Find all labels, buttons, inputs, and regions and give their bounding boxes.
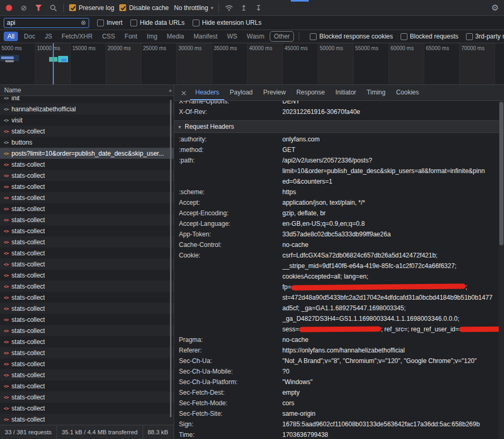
script-icon: <>	[4, 284, 8, 289]
tab-cookies[interactable]: Cookies	[391, 85, 424, 100]
checkbox-box	[193, 20, 199, 26]
network-conditions-button[interactable]	[224, 3, 234, 13]
clear-filter-icon[interactable]: ⊗	[81, 19, 86, 26]
extra-filters: Blocked response cookiesBlocked requests…	[305, 33, 504, 40]
request-row[interactable]: <>stats-collect	[0, 247, 174, 259]
header-value: gzip, deflate, br	[282, 208, 504, 218]
throttling-select[interactable]: No throttling ▾	[174, 4, 213, 12]
tab-headers[interactable]: Headers	[190, 85, 224, 100]
request-row[interactable]: <>stats-collect	[0, 336, 174, 347]
request-row[interactable]: <>stats-collect	[0, 414, 174, 425]
tab-initiator[interactable]: Initiator	[330, 85, 361, 100]
request-row[interactable]: <>stats-collect	[0, 126, 174, 137]
type-filter-manifest[interactable]: Manifest	[190, 32, 221, 41]
requests-scrollbar[interactable]: ▲	[168, 85, 174, 425]
clear-log-button[interactable]: ⊘	[19, 3, 28, 13]
export-har-button[interactable]: ↧	[254, 3, 263, 13]
header-value: "Windows"	[282, 377, 504, 387]
request-row[interactable]: <>stats-collect	[0, 403, 174, 414]
close-icon[interactable]: ×	[177, 89, 190, 97]
invert-checkbox[interactable]: Invert	[97, 19, 122, 26]
header-row: Sec-Fetch-Dest:empty	[174, 387, 504, 398]
settings-gear-button[interactable]: ⚙	[490, 3, 500, 13]
request-rows: <>init<>hannahelizabethofficial<>visit<>…	[0, 96, 174, 425]
request-name: stats-collect	[12, 205, 45, 213]
header-value: no-cache	[282, 240, 504, 250]
type-filter-font[interactable]: Font	[121, 32, 141, 41]
request-row[interactable]: <>stats-collect	[0, 358, 174, 369]
summary-bar: 33 / 381 requests 35.1 kB / 4.4 MB trans…	[0, 425, 174, 439]
type-filter-ws[interactable]: WS	[223, 32, 241, 41]
request-row[interactable]: <>stats-collect	[0, 170, 174, 181]
tab-payload[interactable]: Payload	[224, 85, 258, 100]
type-filter-js[interactable]: JS	[41, 32, 56, 41]
tab-response[interactable]: Response	[291, 85, 330, 100]
type-filter-css[interactable]: CSS	[98, 32, 119, 41]
request-row[interactable]: <>buttons	[0, 137, 174, 148]
tab-preview[interactable]: Preview	[258, 85, 291, 100]
request-row[interactable]: <>hannahelizabethofficial	[0, 103, 174, 114]
3rd-party-requests-checkbox[interactable]: 3rd-party requests	[466, 33, 504, 40]
disable-cache-checkbox[interactable]: Disable cache	[119, 4, 168, 12]
request-row[interactable]: <>stats-collect	[0, 259, 174, 270]
chips-divider	[299, 32, 299, 41]
type-filter-fetch-xhr[interactable]: Fetch/XHR	[58, 32, 97, 41]
script-icon: <>	[4, 251, 8, 256]
request-name: stats-collect	[12, 371, 45, 379]
header-row: Sec-Ch-Ua-Mobile:?0	[174, 366, 504, 377]
request-headers-section[interactable]: ▾ Request Headers	[174, 120, 504, 133]
preserve-log-label: Preserve log	[79, 4, 114, 12]
blocked-requests-checkbox[interactable]: Blocked requests	[401, 33, 459, 40]
tab-timing[interactable]: Timing	[362, 85, 391, 100]
scroll-up-icon[interactable]: ▲	[169, 88, 172, 92]
request-row[interactable]: <>stats-collect	[0, 325, 174, 336]
request-row[interactable]: <>posts?limit=10&order=publish_date_desc…	[0, 148, 174, 159]
script-icon: <>	[4, 406, 8, 411]
throttling-value: No throttling	[174, 4, 208, 12]
type-filter-wasm[interactable]: Wasm	[243, 32, 269, 41]
hide-data-urls-checkbox[interactable]: Hide data URLs	[130, 19, 185, 26]
filter-input[interactable]	[7, 19, 79, 26]
timeline-overview[interactable]: 5000 ms10000 ms15000 ms20000 ms25000 ms3…	[0, 43, 504, 85]
preserve-log-checkbox[interactable]: Preserve log	[69, 4, 114, 12]
request-row[interactable]: <>stats-collect	[0, 203, 174, 214]
type-filter-img[interactable]: Img	[143, 32, 161, 41]
request-row[interactable]: <>stats-collect	[0, 181, 174, 192]
request-row[interactable]: <>stats-collect	[0, 214, 174, 225]
type-filter-doc[interactable]: Doc	[20, 32, 39, 41]
record-button[interactable]	[4, 3, 14, 13]
request-row[interactable]: <>stats-collect	[0, 159, 174, 170]
timeline-cursor[interactable]	[53, 43, 54, 84]
request-row[interactable]: <>stats-collect	[0, 314, 174, 325]
waterfall-bar	[61, 59, 66, 62]
type-filter-other[interactable]: Other	[270, 32, 293, 41]
request-row[interactable]: <>visit	[0, 114, 174, 126]
request-row[interactable]: <>stats-collect	[0, 303, 174, 314]
request-row[interactable]: <>stats-collect	[0, 392, 174, 403]
request-row[interactable]: <>stats-collect	[0, 192, 174, 203]
scrollbar-thumb[interactable]	[499, 102, 503, 245]
script-icon: <>	[4, 129, 8, 134]
request-row[interactable]: <>stats-collect	[0, 347, 174, 358]
request-row[interactable]: <>stats-collect	[0, 270, 174, 281]
hide-extension-urls-checkbox[interactable]: Hide extension URLs	[193, 19, 262, 26]
filter-toggle-button[interactable]	[34, 3, 43, 13]
search-button[interactable]	[49, 3, 58, 13]
name-column-header[interactable]: Name	[0, 85, 174, 96]
request-row[interactable]: <>stats-collect	[0, 380, 174, 392]
type-filter-all[interactable]: All	[4, 32, 18, 41]
type-filter-media[interactable]: Media	[163, 32, 188, 41]
request-row[interactable]: <>stats-collect	[0, 236, 174, 247]
request-row[interactable]: <>init	[0, 96, 174, 103]
request-row[interactable]: <>stats-collect	[0, 281, 174, 292]
header-row: X-Frame-Options:DENY	[174, 101, 504, 107]
request-row[interactable]: <>stats-collect	[0, 369, 174, 380]
blocked-response-cookies-checkbox[interactable]: Blocked response cookies	[310, 33, 393, 40]
request-row[interactable]: <>stats-collect	[0, 225, 174, 236]
request-name: stats-collect	[12, 294, 45, 301]
header-value: same-origin	[282, 408, 504, 419]
details-scrollbar[interactable]	[499, 101, 504, 439]
scrollbar-thumb[interactable]	[170, 100, 172, 417]
import-har-button[interactable]: ↥	[239, 3, 249, 13]
request-row[interactable]: <>stats-collect	[0, 292, 174, 303]
